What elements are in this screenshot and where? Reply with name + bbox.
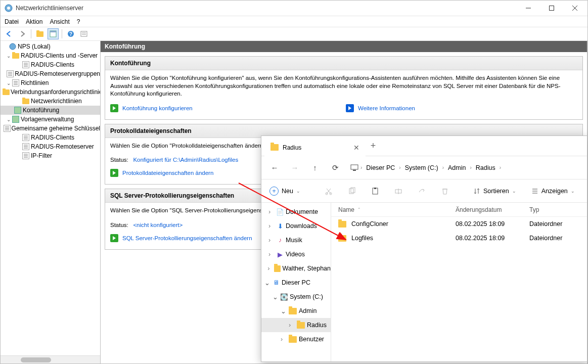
link-more-info[interactable]: Weitere Informationen: [358, 105, 415, 111]
link-change-logfile-props[interactable]: Protokolldateieigenschaften ändern: [122, 170, 213, 176]
nav-videos[interactable]: ›▶Videos: [261, 247, 331, 261]
svg-rect-21: [374, 188, 376, 189]
list-item[interactable]: ConfigCloner 08.02.2025 18:09 Dateiordne…: [331, 217, 587, 231]
plus-icon: +: [269, 187, 279, 196]
menu-action[interactable]: Aktion: [26, 18, 42, 25]
app-icon: [5, 4, 13, 12]
section-text: Wählen Sie die Option "Kontoführung konf…: [105, 70, 582, 98]
delete-button[interactable]: [438, 185, 452, 197]
maximize-button[interactable]: [540, 1, 563, 16]
tree-tpl-radius-clients[interactable]: RADIUS-Clients: [1, 133, 100, 142]
menubar: Datei Aktion Ansicht ?: [1, 16, 587, 27]
explorer-nav-tree[interactable]: ›📄Dokumente ›⬇Downloads ›♪Musik ›▶Videos…: [261, 203, 331, 361]
crumb[interactable]: System (C:): [403, 162, 440, 173]
minimize-button[interactable]: [517, 1, 540, 16]
breadcrumb[interactable]: › Dieser PC› System (C:)› Admin› Radius›: [346, 160, 583, 176]
explorer-tab[interactable]: Radius ✕: [264, 139, 366, 156]
tree-radius-clients-servers[interactable]: ⌄RADIUS-Clients und -Server: [1, 51, 100, 60]
properties-button[interactable]: [48, 28, 59, 39]
show-hide-tree-button[interactable]: [34, 28, 46, 39]
rename-button[interactable]: [391, 185, 405, 197]
svg-rect-7: [50, 31, 56, 32]
link-change-sql-props[interactable]: SQL Server-Protokollierungseigenschaften…: [122, 235, 252, 241]
share-button[interactable]: [415, 185, 429, 197]
content-header: Kontoführung: [101, 41, 587, 52]
sort-button[interactable]: Sortieren ⌄: [470, 186, 519, 197]
help-button[interactable]: ?: [65, 28, 76, 39]
tree-radius-clients[interactable]: RADIUS-Clients: [1, 60, 100, 69]
nav-system-c[interactable]: ⌄💽System (C:): [261, 290, 331, 304]
col-name[interactable]: Name ˄: [331, 206, 456, 213]
status-label: Status:: [110, 157, 128, 163]
new-tab-button[interactable]: +: [366, 141, 381, 151]
tree-shared-secrets[interactable]: Gemeinsame geheime Schlüssel: [1, 124, 100, 133]
tree-scrollbar[interactable]: [1, 355, 100, 363]
section-kontofuehrung: Kontoführung Wählen Sie die Option "Kont…: [105, 56, 583, 120]
forward-button[interactable]: [17, 28, 28, 39]
nav-radius[interactable]: ›Radius: [261, 318, 331, 332]
arrow-icon: [110, 234, 118, 242]
pc-icon: [350, 164, 358, 171]
explorer-action-toolbar: + Neu ⌄ Sortieren ⌄ Anzeigen ⌄ ⋯: [261, 179, 587, 203]
tab-title: Radius: [283, 144, 301, 151]
arrow-icon: [346, 104, 354, 112]
nav-music[interactable]: ›♪Musik: [261, 233, 331, 247]
tree-tpl-radius-remote[interactable]: RADIUS-Remoteserver: [1, 142, 100, 151]
section-title: Kontoführung: [105, 57, 582, 70]
explorer-tabbar: Radius ✕ +: [261, 136, 587, 156]
back-button[interactable]: [4, 28, 15, 39]
nav-documents[interactable]: ›📄Dokumente: [261, 205, 331, 219]
nav-benutzer[interactable]: ›Benutzer: [261, 332, 331, 346]
nav-refresh-button[interactable]: ⟳: [326, 160, 344, 176]
nav-this-pc[interactable]: ⌄🖥Dieser PC: [261, 276, 331, 290]
tree-ip-filters[interactable]: IP-Filter: [1, 151, 100, 160]
nav-downloads[interactable]: ›⬇Downloads: [261, 219, 331, 233]
view-button[interactable]: Anzeigen ⌄: [528, 186, 578, 197]
menu-view[interactable]: Ansicht: [50, 18, 69, 25]
crumb[interactable]: Dieser PC: [364, 162, 397, 173]
new-button[interactable]: + Neu ⌄: [266, 185, 303, 198]
tree-conn-request-policies[interactable]: Verbindungsanforderungsrichtlinien: [1, 87, 100, 97]
nav-admin[interactable]: ⌄Admin: [261, 304, 331, 318]
tree-policies[interactable]: ⌄Richtlinien: [1, 78, 100, 87]
crumb[interactable]: Admin: [446, 162, 468, 173]
svg-text:?: ?: [69, 31, 72, 37]
tree-network-policies[interactable]: Netzwerkrichtlinien: [1, 97, 100, 106]
link-configure-accounting[interactable]: Kontoführung konfigurieren: [122, 105, 193, 111]
nav-up-button[interactable]: ↑: [306, 160, 324, 176]
folder-icon: [338, 221, 346, 228]
svg-rect-3: [550, 6, 554, 11]
tree-nps-root[interactable]: NPS (Lokal): [1, 42, 100, 51]
col-date[interactable]: Änderungsdatum: [456, 206, 529, 213]
list-item[interactable]: Logfiles 08.02.2025 18:09 Dateiordner: [331, 231, 587, 245]
titlebar: Netzwerkrichtlinienserver: [1, 1, 587, 16]
nav-forward-button[interactable]: →: [286, 160, 304, 176]
tree-template-mgmt[interactable]: ⌄Vorlagenverwaltung: [1, 115, 100, 124]
cut-button[interactable]: [322, 185, 336, 197]
console-tree[interactable]: NPS (Lokal) ⌄RADIUS-Clients und -Server …: [1, 41, 101, 363]
status-label: Status:: [110, 222, 128, 228]
nav-back-button[interactable]: ←: [265, 160, 284, 176]
copy-button[interactable]: [345, 185, 359, 197]
window-title: Netzwerkrichtlinienserver: [16, 5, 517, 12]
tree-accounting[interactable]: Kontoführung: [1, 106, 100, 115]
col-type[interactable]: Typ: [529, 206, 587, 213]
paste-button[interactable]: [368, 185, 382, 197]
close-button[interactable]: [563, 1, 586, 16]
status-value-link[interactable]: <nicht konfiguriert>: [133, 222, 183, 228]
file-explorer-window: Radius ✕ + ← → ↑ ⟳ › Dieser PC› System (…: [261, 135, 587, 362]
folder-icon: [338, 235, 346, 242]
close-tab-button[interactable]: ✕: [353, 144, 359, 152]
arrow-icon: [110, 104, 118, 112]
toolbar: ?: [1, 27, 587, 41]
arrow-icon: [110, 169, 118, 177]
menu-help[interactable]: ?: [77, 18, 80, 25]
svg-point-13: [10, 43, 16, 50]
status-value-link[interactable]: Konfiguriert für C:\Admin\Radius\Logfile…: [133, 157, 238, 163]
crumb[interactable]: Radius: [474, 162, 497, 173]
column-headers: Name ˄ Änderungsdatum Typ: [331, 203, 587, 217]
tree-radius-remote-groups[interactable]: RADIUS-Remoteservergruppen: [1, 69, 100, 78]
menu-file[interactable]: Datei: [5, 18, 19, 25]
options-button[interactable]: [78, 28, 89, 39]
nav-user-folder[interactable]: ›Walther, Stephan: [261, 261, 331, 276]
